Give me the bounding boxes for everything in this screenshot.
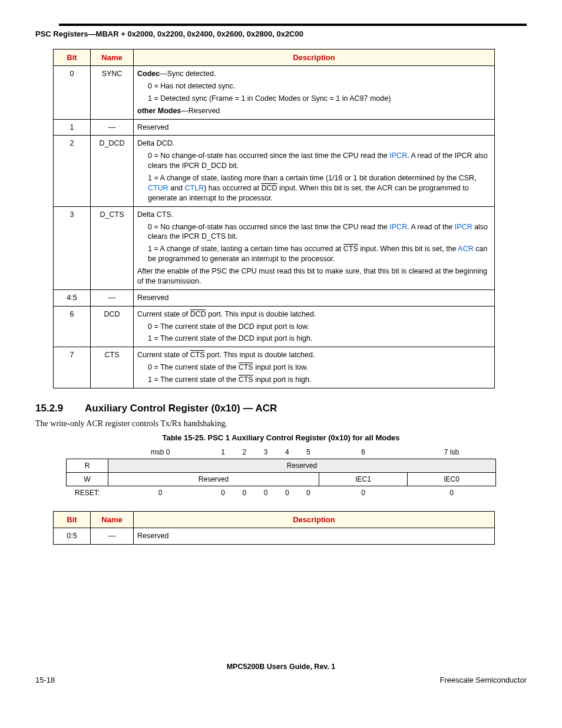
bit-hdr: 2: [234, 446, 255, 459]
link-ctlr[interactable]: CTLR: [185, 184, 204, 192]
bit-cell: 0: [54, 66, 91, 120]
col-bit: Bit: [54, 50, 91, 66]
text: 0 = Has not detected sync.: [137, 81, 491, 91]
text: ) has occurred at: [204, 184, 261, 192]
text: 1 = A change of state, lasting more than…: [148, 174, 477, 182]
table-row: 2 D_DCD Delta DCD. 0 = No change-of-stat…: [54, 136, 495, 206]
text: DCD: [190, 310, 206, 318]
reset-val: 0: [319, 486, 408, 499]
text: input port is high.: [253, 375, 312, 384]
col-bit: Bit: [54, 511, 91, 528]
bit-hdr: 4: [276, 446, 297, 459]
text: CTS: [239, 375, 253, 384]
desc-cell: Delta DCD. 0 = No change-of-state has oc…: [134, 136, 495, 206]
text: port. This input is double latched.: [205, 351, 315, 359]
name-cell: CTS: [91, 347, 134, 388]
name-cell: —: [91, 528, 134, 544]
desc-cell: Current state of DCD port. This input is…: [134, 306, 495, 347]
text: —Sync detected.: [160, 70, 216, 78]
r-reserved: Reserved: [108, 459, 496, 472]
bit-description-table-2: Bit Name Description 0:5 — Reserved: [53, 511, 495, 545]
name-cell: D_DCD: [91, 136, 134, 206]
desc-cell: Current state of CTS port. This input is…: [134, 347, 495, 388]
page-header: PSC Registers—MBAR + 0x2000, 0x2200, 0x2…: [35, 29, 527, 38]
link-ipcr[interactable]: IPCR: [455, 223, 472, 231]
section-number: 15.2.9: [35, 403, 82, 414]
link-ipcr[interactable]: IPCR: [389, 151, 407, 160]
text: . A read of the: [407, 223, 455, 231]
table-row: 3 D_CTS Delta CTS. 0 = No change-of-stat…: [54, 206, 495, 289]
text: 0 = The current state of the: [148, 363, 239, 371]
link-ctur[interactable]: CTUR: [148, 184, 168, 192]
bit-hdr: 7 lsb: [407, 446, 495, 459]
name-cell: SYNC: [91, 66, 134, 120]
text: 1 = The current state of the: [148, 375, 239, 384]
text: Current state of: [137, 310, 190, 318]
row-label-r: R: [67, 459, 108, 472]
bit-cell: 0:5: [54, 528, 91, 544]
section-title: Auxiliary Control Register (0x10) — ACR: [85, 403, 277, 414]
text: 0 = No change-of-state has occurred sinc…: [148, 151, 389, 160]
row-label-reset: RESET:: [67, 486, 108, 499]
row-label-w: W: [67, 472, 108, 486]
table-caption: Table 15-25. PSC 1 Auxiliary Control Reg…: [35, 433, 527, 442]
table-row: 1 — Reserved: [54, 119, 495, 136]
top-rule: [59, 24, 527, 26]
reset-val: 0: [108, 486, 213, 499]
text: other Modes: [137, 107, 181, 115]
bit-hdr: 5: [297, 446, 319, 459]
reset-val: 0: [234, 486, 255, 499]
text: input. When this bit is set, the: [358, 245, 458, 253]
name-cell: —: [91, 289, 134, 306]
table-row: 4:5 — Reserved: [54, 289, 495, 306]
col-desc: Description: [134, 511, 495, 528]
desc-cell: Delta CTS. 0 = No change-of-state has oc…: [134, 206, 495, 289]
bit-cell: 2: [54, 136, 91, 206]
name-cell: D_CTS: [91, 206, 134, 289]
text: Current state of: [137, 351, 190, 359]
text: and: [168, 184, 185, 192]
reset-val: 0: [255, 486, 276, 499]
section-heading: 15.2.9 Auxiliary Control Register (0x10)…: [35, 403, 527, 414]
reset-val: 0: [276, 486, 297, 499]
desc-cell: Codec—Sync detected. 0 = Has not detecte…: [134, 66, 495, 120]
bit-description-table-1: Bit Name Description 0 SYNC Codec—Sync d…: [53, 49, 495, 388]
desc-cell: Reserved: [134, 119, 495, 136]
text: 1 = A change of state, lasting a certain…: [148, 245, 343, 253]
name-cell: —: [91, 119, 134, 136]
bit-hdr: 3: [255, 446, 276, 459]
bit-hdr: msb 0: [108, 446, 213, 459]
w-iec0: IEC0: [407, 472, 495, 486]
bit-cell: 3: [54, 206, 91, 289]
col-desc: Description: [134, 50, 495, 66]
text: 0 = No change-of-state has occurred sinc…: [148, 223, 389, 231]
bit-cell: 6: [54, 306, 91, 347]
footer-right: Freescale Semiconductor: [440, 676, 527, 684]
reset-val: 0: [213, 486, 234, 499]
section-body: The write-only ACR register controls Tx/…: [35, 419, 527, 429]
col-name: Name: [91, 50, 134, 66]
desc-cell: Reserved: [134, 528, 495, 544]
text: After the enable of the PSC the CPU must…: [137, 266, 491, 286]
bit-cell: 4:5: [54, 289, 91, 306]
text: Codec: [137, 70, 160, 78]
text: Delta DCD.: [137, 139, 174, 147]
text: port. This input is double latched.: [206, 310, 316, 318]
desc-cell: Reserved: [134, 289, 495, 306]
page-number: 15-18: [35, 676, 55, 684]
name-cell: DCD: [91, 306, 134, 347]
bit-cell: 1: [54, 119, 91, 136]
link-acr[interactable]: ACR: [458, 245, 473, 253]
w-iec1: IEC1: [319, 472, 408, 486]
bit-hdr: 1: [213, 446, 234, 459]
text: input port is low.: [253, 363, 308, 371]
link-ipcr[interactable]: IPCR: [389, 223, 407, 231]
register-layout-table: msb 0 1 2 3 4 5 6 7 lsb R Reserved W Res…: [66, 446, 496, 499]
reset-val: 0: [297, 486, 319, 499]
table-row: 0:5 — Reserved: [54, 528, 495, 544]
text: CTS: [239, 363, 253, 371]
text: CTS: [190, 351, 205, 359]
text: 0 = The current state of the DCD input p…: [137, 322, 491, 332]
w-reserved: Reserved: [108, 472, 319, 486]
col-name: Name: [91, 511, 134, 528]
